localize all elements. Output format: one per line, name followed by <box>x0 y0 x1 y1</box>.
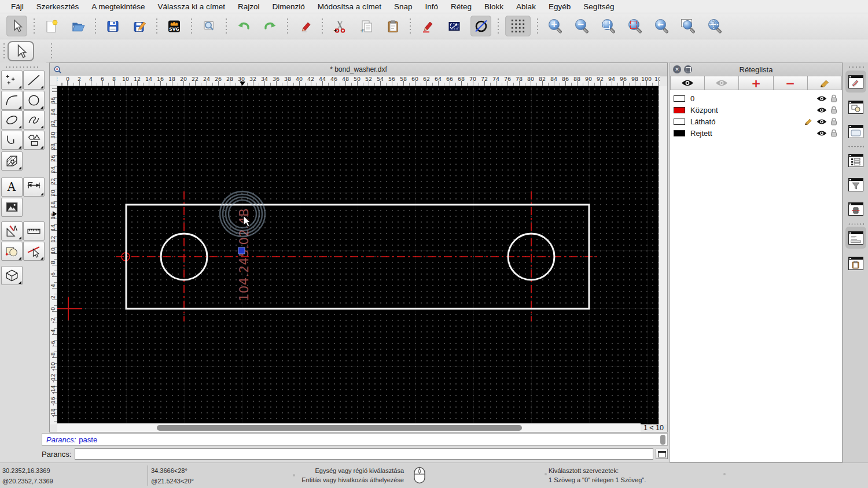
zoom-pan-button[interactable] <box>704 16 725 36</box>
select-button[interactable] <box>6 16 27 36</box>
paste-button[interactable] <box>382 16 403 36</box>
layer-row[interactable]: 0 <box>670 93 842 104</box>
layer-visibility-icon[interactable] <box>816 130 827 136</box>
close-panel-button[interactable]: ✕ <box>673 65 681 73</box>
tool-line-button[interactable] <box>23 71 45 90</box>
selection-handle[interactable] <box>238 247 245 254</box>
library-browser-widget-button[interactable] <box>845 120 866 142</box>
undo-button[interactable] <box>233 16 254 36</box>
draw-pen-button[interactable] <box>417 16 438 36</box>
layer-row[interactable]: Központ <box>670 104 842 116</box>
tool-spline-button[interactable] <box>23 110 45 130</box>
tool-trim-button[interactable] <box>1 242 23 261</box>
toolbar-drag-handle[interactable] <box>2 42 6 60</box>
tool-points-button[interactable] <box>1 71 23 90</box>
tool-polyline-button[interactable] <box>1 131 23 150</box>
command-input[interactable] <box>75 448 653 460</box>
menu-item[interactable]: Ablak <box>510 2 542 11</box>
zoom-auto-button[interactable] <box>598 16 619 36</box>
tool-image-button[interactable] <box>1 198 23 217</box>
edit-layer-button[interactable] <box>808 76 842 90</box>
zoom-in-button[interactable]: + <box>545 16 565 36</box>
command-options-button[interactable] <box>656 449 668 459</box>
block-list-widget-button[interactable] <box>845 96 866 118</box>
tool-dimension-button[interactable] <box>23 178 45 197</box>
layer-lock-icon[interactable] <box>830 94 837 102</box>
clipboard-widget-button[interactable] <box>845 252 866 274</box>
layer-lock-icon[interactable] <box>830 117 837 125</box>
selection-filter-widget-button[interactable] <box>845 173 866 195</box>
tool-select-entity-button[interactable] <box>23 242 45 261</box>
command-line-widget-button[interactable] <box>845 227 866 249</box>
menu-item[interactable]: Egyéb <box>542 2 577 11</box>
save-as-button[interactable] <box>129 16 150 36</box>
hide-all-layers-button[interactable] <box>705 76 739 90</box>
tool-modify-button[interactable] <box>1 221 23 241</box>
pen-palette-widget-button[interactable] <box>845 198 866 220</box>
open-button[interactable] <box>68 16 89 36</box>
tool-polygon-button[interactable] <box>23 131 45 150</box>
print-preview-button[interactable] <box>198 16 219 36</box>
entity-list-widget-button[interactable] <box>845 149 866 171</box>
vertical-scrollbar[interactable] <box>659 86 667 424</box>
cut-button[interactable]: + <box>329 16 350 36</box>
float-panel-button[interactable] <box>684 65 692 73</box>
layer-list-widget-button[interactable] <box>845 71 866 93</box>
layer-lock-icon[interactable] <box>830 106 837 114</box>
horizontal-scrollbar[interactable] <box>57 423 641 432</box>
scrollbar-thumb[interactable] <box>157 425 522 431</box>
copy-button[interactable]: + <box>356 16 377 36</box>
show-all-layers-button[interactable] <box>670 76 705 90</box>
drawing-window-titlebar[interactable]: * bond_washer.dxf <box>50 63 667 76</box>
menu-item[interactable]: Blokk <box>478 2 510 11</box>
svg-export-button[interactable]: SVG <box>164 16 185 36</box>
save-button[interactable] <box>102 16 123 36</box>
modify-icon <box>5 224 19 238</box>
layer-lock-icon[interactable] <box>830 129 837 137</box>
zoom-selected-button[interactable] <box>624 16 645 36</box>
menu-item[interactable]: Segítség <box>577 2 620 11</box>
redo-button[interactable] <box>260 16 281 36</box>
menu-item[interactable]: Infó <box>419 2 445 11</box>
menu-item[interactable]: A megtekintése <box>85 2 151 11</box>
zoom-window-button[interactable] <box>678 16 698 36</box>
selection-pointer-button[interactable] <box>8 41 34 61</box>
zoom-previous-button[interactable]: ← <box>651 16 672 36</box>
tool-measure-button[interactable] <box>23 221 45 241</box>
tool-solid-button[interactable] <box>1 266 23 285</box>
menu-item[interactable]: Réteg <box>444 2 478 11</box>
tool-circle-button[interactable] <box>23 91 45 110</box>
ruler-label: 4 <box>86 76 96 82</box>
grid-toggle-button[interactable] <box>505 16 531 36</box>
layer-visibility-icon[interactable] <box>816 119 827 125</box>
ruler-label: 46 <box>329 76 339 82</box>
palette-drag-handle[interactable] <box>5 65 41 69</box>
layer-panel-titlebar[interactable]: ✕ Réteglista <box>670 63 842 76</box>
tool-hatch-button[interactable] <box>1 151 23 171</box>
menu-item[interactable]: Szerkesztés <box>30 2 86 11</box>
menu-item[interactable]: Fájl <box>5 2 30 11</box>
layer-visibility-icon[interactable] <box>816 107 827 113</box>
delete-button[interactable] <box>295 16 315 36</box>
dock-drag-handle[interactable] <box>848 65 864 69</box>
tool-text-button[interactable]: A <box>1 178 23 197</box>
ruler-label: 78 <box>514 76 524 82</box>
layer-visibility-icon[interactable] <box>816 95 827 102</box>
remove-layer-button[interactable]: − <box>774 76 808 90</box>
menu-item[interactable]: Rajzol <box>231 2 266 11</box>
tool-arc-button[interactable] <box>1 91 23 110</box>
zoom-out-button[interactable]: − <box>571 16 592 36</box>
menu-item[interactable]: Snap <box>388 2 419 11</box>
tool-ellipse-button[interactable] <box>1 110 23 130</box>
layer-row[interactable]: Rejtett <box>670 127 842 139</box>
add-layer-button[interactable]: + <box>739 76 773 90</box>
menu-item[interactable]: Válassza ki a címet <box>152 2 231 11</box>
new-document-button[interactable] <box>41 16 62 36</box>
deselect-window-button[interactable] <box>444 16 465 36</box>
menu-item[interactable]: Dimenzió <box>266 2 311 11</box>
circle-tool-button[interactable] <box>470 16 491 36</box>
drawing-canvas[interactable]: 104.245.02.4B <box>57 86 660 424</box>
layer-row[interactable]: Látható <box>670 116 842 127</box>
menu-item[interactable]: Módosítsa a címet <box>311 2 388 11</box>
history-scrollbar[interactable] <box>660 435 665 445</box>
